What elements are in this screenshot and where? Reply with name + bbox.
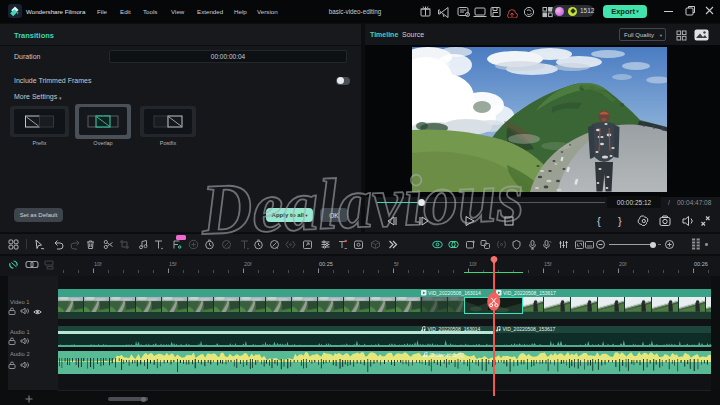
svg-text:}: } bbox=[618, 215, 622, 227]
